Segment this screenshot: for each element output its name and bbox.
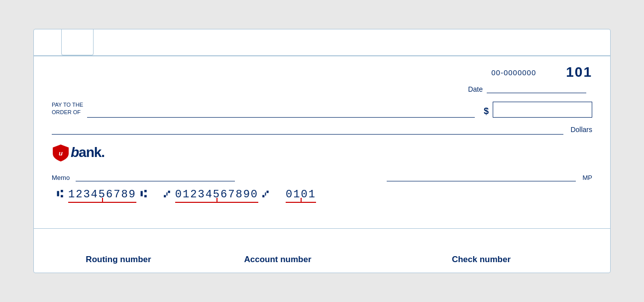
row-dollars: Dollars <box>52 125 592 135</box>
check-document: 00-0000000 101 Date PAY TO THE ORDER OF … <box>33 29 611 273</box>
shield-icon: u <box>52 144 70 161</box>
row-memo: Memo MP <box>52 171 592 181</box>
row-payto: PAY TO THE ORDER OF $ <box>52 101 592 118</box>
micr-routing-number: 123456789 <box>68 188 136 201</box>
dollar-sign: $ <box>484 106 489 117</box>
micr-transit-symbol-right: ⑆ <box>140 188 148 201</box>
check-number-display: 101 <box>566 64 592 80</box>
labels-row: Routing number Account number Check numb… <box>34 255 610 265</box>
label-routing: Routing number <box>44 255 193 265</box>
dollars-line <box>52 125 563 135</box>
mp-label: MP <box>583 174 593 181</box>
dollars-label: Dollars <box>570 126 592 134</box>
row-logo: u bank. <box>52 144 592 161</box>
memo-label: Memo <box>52 174 70 181</box>
date-line <box>487 84 586 93</box>
row-transit: 00-0000000 101 <box>52 64 592 80</box>
amount-box <box>493 102 592 118</box>
stub-notch <box>61 29 94 55</box>
check-body: 00-0000000 101 Date PAY TO THE ORDER OF … <box>34 55 610 273</box>
micr-account-symbol-left: ⑇ <box>164 188 171 201</box>
signature-line <box>387 171 576 181</box>
label-account: Account number <box>193 255 362 265</box>
row-micr: ⑆ 123456789 ⑆ ⑇ 01234567890 ⑇ 0101 <box>52 188 592 201</box>
micr-check-number: 0101 <box>286 188 316 201</box>
payto-label: PAY TO THE ORDER OF <box>52 101 83 117</box>
micr-account-number: 01234567890 <box>175 188 258 201</box>
svg-text:u: u <box>59 150 63 157</box>
row-date: Date <box>52 84 592 93</box>
memo-line <box>76 171 235 181</box>
micr-account-symbol-right: ⑇ <box>262 188 270 201</box>
date-label: Date <box>468 85 483 93</box>
micr-transit-symbol-left: ⑆ <box>57 188 64 201</box>
usbank-logo: u bank. <box>52 144 592 161</box>
payto-line <box>87 108 475 118</box>
transit-number: 00-0000000 <box>491 68 536 77</box>
logo-text: bank. <box>71 145 105 160</box>
label-check: Check number <box>362 255 600 265</box>
